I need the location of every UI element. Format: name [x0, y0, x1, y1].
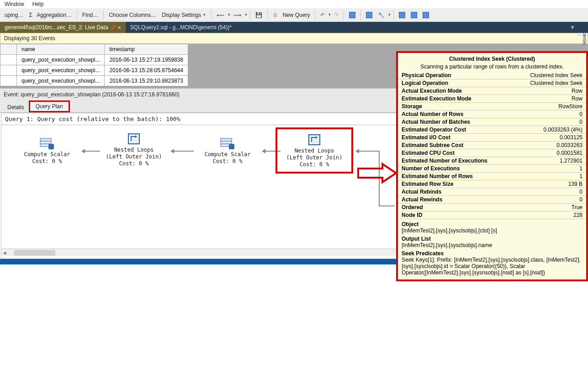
svg-rect-8 [229, 144, 234, 149]
toolbar-separator [360, 10, 361, 20]
menu-help[interactable]: Help [32, 1, 44, 7]
plan-op-nested-loops-selected[interactable]: Nested Loops (Left Outer Join) Cost: 0 % [275, 127, 353, 174]
new-query-button[interactable]: 🗎 New Query [270, 11, 313, 20]
operator-tooltip: Clustered Index Seek (Clustered) Scannin… [396, 51, 588, 281]
plan-op-compute-scalar[interactable]: Compute Scalar Cost: 0 % [189, 137, 266, 165]
display-settings-button[interactable]: Display Settings ▼ [159, 11, 209, 20]
new-query-icon: 🗎 [273, 12, 278, 18]
toolbar-separator [250, 10, 250, 20]
save-button[interactable]: 💾 [253, 11, 265, 20]
tooltip-property-row: OrderedTrue [398, 204, 586, 211]
list-icon [411, 12, 417, 18]
undo-button[interactable]: ↶ [318, 11, 328, 20]
events-count-bar: Displaying 30 Events [0, 33, 588, 44]
toolbar-separator [211, 10, 212, 20]
svg-rect-3 [48, 144, 54, 149]
tooltip-property-row: Logical OperationClustered Index Seek [398, 79, 586, 87]
table-row[interactable]: query_post_execution_showpl... 2016-06-1… [0, 65, 188, 76]
toolbar-separator [344, 10, 344, 20]
toolbar-icon[interactable] [408, 11, 420, 20]
scrollbar-thumb[interactable] [14, 250, 55, 256]
tooltip-description: Scanning a particular range of rows from… [398, 63, 586, 72]
tooltip-property-row: Estimated Number of Executions1.272901 [398, 157, 586, 165]
find-button[interactable]: Find… [79, 11, 101, 20]
tooltip-property-row: Estimated Number of Rows1 [398, 173, 586, 180]
plan-connector [379, 206, 395, 206]
tab-query-plan[interactable]: Query Plan [29, 100, 70, 112]
table-row[interactable]: query_post_execution_showpl... 2016-06-1… [0, 55, 188, 65]
table-row[interactable]: query_post_execution_showpl... 2016-06-1… [0, 76, 188, 86]
choose-columns-button[interactable]: Choose Columns… [106, 11, 159, 20]
chevron-down-icon[interactable]: ▼ [570, 24, 588, 31]
table-icon [366, 12, 372, 18]
pin-icon[interactable]: 📌 [110, 25, 116, 30]
join-icon [127, 132, 141, 146]
nav-forward-button[interactable]: ⟶ [231, 11, 244, 20]
tooltip-property-row: Estimated Row Size139 B [398, 180, 586, 188]
tooltip-property-row: Estimated Execution ModeRow [398, 95, 586, 103]
menu-window[interactable]: Window [5, 1, 24, 7]
tooltip-property-row: Actual Rewinds0 [398, 196, 586, 204]
svg-rect-9 [309, 135, 320, 145]
aggregation-button[interactable]: Σ Aggregation… [26, 11, 74, 20]
tooltip-property-row: Number of Executions1 [398, 165, 586, 173]
table-icon [39, 137, 55, 150]
join-icon [307, 133, 322, 147]
rowheader-col [0, 44, 17, 55]
menu-bar[interactable]: Window Help [0, 0, 588, 8]
tooltip-property-row: Actual Number of Rows0 [398, 111, 586, 118]
plan-connector [359, 151, 379, 152]
tooltip-property-row: Estimated I/O Cost0.003125 [398, 134, 586, 142]
tooltip-property-row: Estimated Operator Cost0.0033263 (4%) [398, 126, 586, 134]
svg-rect-4 [128, 134, 139, 144]
plan-op-nested-loops[interactable]: Nested Loops (Left Outer Join) Cost: 0 % [95, 132, 173, 167]
chevron-down-icon: ▼ [202, 13, 206, 17]
tooltip-property-row: Estimated Subtree Cost0.0033263 [398, 142, 586, 149]
tooltip-title: Clustered Index Seek (Clustered) [398, 55, 586, 63]
chevron-down-icon: ▼ [244, 13, 248, 17]
tooltip-property-row: Actual Number of Batches0 [398, 118, 586, 126]
toolbar-separator [77, 10, 77, 20]
tooltip-seek-section: Seek Predicates Seek Keys[1]: Prefix: [I… [398, 248, 586, 276]
table-header-row: name timestamp [0, 44, 188, 55]
list-icon [423, 12, 429, 18]
events-table[interactable]: name timestamp query_post_execution_show… [0, 44, 188, 86]
close-icon[interactable]: ✕ [117, 25, 121, 30]
toolbar-wrench[interactable]: 🔧 [375, 11, 387, 20]
tooltip-output-section: Output List [InMemTest2].[sys].[sysclsob… [398, 234, 586, 248]
toolbar-icon[interactable] [363, 11, 375, 20]
annotation-arrow-icon [357, 162, 398, 184]
tooltip-property-row: Actual Execution ModeRow [398, 87, 586, 95]
tooltip-property-row: Actual Rebinds0 [398, 188, 586, 196]
plan-op-compute-scalar[interactable]: Compute Scalar Cost: 0 % [8, 137, 86, 165]
list-icon [399, 12, 405, 18]
grouping-button[interactable]: uping… [2, 11, 26, 20]
toolbar-icon[interactable] [420, 11, 432, 20]
toolbar-separator [315, 10, 315, 20]
tab-details[interactable]: Details [3, 102, 29, 112]
tooltip-property-row: Node ID228 [398, 211, 586, 219]
tab-sqlquery[interactable]: SQLQuery2.sql - g...MOND\genemi (54))* [126, 22, 236, 33]
chevron-down-icon: ▼ [387, 13, 391, 17]
toolbar-icon[interactable] [396, 11, 408, 20]
plan-connector-arrow [355, 149, 359, 153]
toolbar-separator [267, 10, 268, 20]
col-timestamp[interactable]: timestamp [105, 44, 188, 55]
chevron-down-icon: ▼ [328, 13, 331, 17]
tooltip-properties-table: Physical OperationClustered Index SeekLo… [398, 72, 586, 219]
sigma-icon: Σ [29, 12, 32, 18]
toolbar-separator [103, 10, 104, 20]
redo-button[interactable]: ↷ [331, 11, 341, 20]
toolbar: uping… Σ Aggregation… Find… Choose Colum… [0, 8, 588, 22]
document-tabstrip: genemi4f\sql2016rc...xec_ES_2: Live Data… [0, 22, 588, 33]
toolbar-icon[interactable] [346, 11, 358, 20]
tooltip-property-row: Physical OperationClustered Index Seek [398, 72, 586, 79]
col-name[interactable]: name [17, 44, 105, 55]
tooltip-property-row: StorageRowStore [398, 103, 586, 111]
toolbar-separator [393, 10, 394, 20]
tooltip-property-row: Estimated CPU Cost0.0001581 [398, 149, 586, 157]
tooltip-object-section: Object [InMemTest2].[sys].[sysclsobjs].[… [398, 219, 586, 234]
chevron-down-icon: ▼ [227, 13, 231, 17]
tab-extended-events[interactable]: genemi4f\sql2016rc...xec_ES_2: Live Data… [0, 22, 126, 33]
nav-back-button[interactable]: ⟵ [214, 11, 227, 20]
